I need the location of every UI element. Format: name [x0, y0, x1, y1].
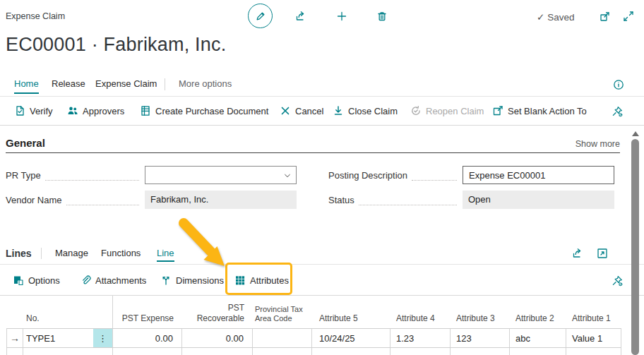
posting-description-input[interactable]	[463, 166, 614, 184]
pr-type-label: PR Type	[6, 170, 41, 181]
expand-grid-icon[interactable]	[597, 248, 608, 259]
row-kebab-menu[interactable]: ⋮	[93, 329, 112, 347]
lines-grid: No. PST Expense PST Recoverable Provinci…	[6, 296, 621, 355]
dotted-leader	[66, 199, 140, 205]
expand-fullscreen-icon[interactable]	[623, 11, 634, 22]
dotted-leader	[45, 174, 139, 181]
attributes-button[interactable]: Attributes	[234, 275, 289, 286]
box-arrow-icon	[492, 105, 503, 116]
chevron-down-icon[interactable]	[283, 172, 292, 180]
col-attribute-3[interactable]: Attribute 3	[451, 313, 510, 328]
vendor-name-value: Fabrikam, Inc.	[145, 191, 297, 209]
options-card-icon	[13, 275, 24, 286]
share-icon[interactable]	[295, 11, 306, 22]
options-button[interactable]: Options	[13, 275, 60, 286]
cell-attribute-3[interactable]: 123	[451, 329, 510, 347]
cancel-x-icon	[280, 105, 291, 116]
close-claim-button[interactable]: Close Claim	[333, 105, 398, 116]
posting-description-label: Posting Description	[328, 170, 407, 181]
scrollbar-up-arrow[interactable]	[632, 131, 639, 136]
col-pst-recoverable[interactable]: PST Recoverable	[182, 303, 253, 328]
col-provincial-tax-area-code[interactable]: Provincial Tax Area Code	[253, 305, 312, 329]
dotted-leader	[412, 174, 457, 181]
tab-home[interactable]: Home	[14, 78, 39, 94]
tab-expense-claim[interactable]: Expense Claim	[95, 78, 157, 94]
pr-type-combobox[interactable]	[145, 166, 297, 184]
field-status: Status Open	[328, 191, 614, 209]
cell-pst-recoverable[interactable]: 0.00	[182, 329, 253, 347]
reopen-claim-button[interactable]: Reopen Claim	[410, 105, 484, 116]
show-more-link[interactable]: Show more	[576, 139, 620, 149]
table-row: → TYPE1 ⋮ 0.00 0.00 10/24/25 1.23 123 ab…	[6, 329, 621, 348]
people-icon	[67, 105, 78, 116]
lines-separator	[41, 248, 42, 259]
info-icon[interactable]	[613, 79, 624, 90]
col-attribute-4[interactable]: Attribute 4	[390, 313, 451, 328]
field-vendor-name: Vendor Name Fabrikam, Inc.	[6, 191, 297, 209]
section-title-general: General	[6, 137, 45, 149]
col-pst-expense[interactable]: PST Expense	[113, 313, 182, 328]
new-plus-icon[interactable]	[336, 11, 347, 22]
unpin-icon[interactable]	[612, 106, 623, 117]
open-in-window-icon[interactable]	[600, 11, 611, 22]
cancel-button[interactable]: Cancel	[280, 105, 323, 116]
delete-trash-icon[interactable]	[376, 11, 388, 22]
scrollbar-thumb[interactable]	[631, 139, 639, 355]
general-section-header: General Show more	[6, 136, 620, 153]
status-label: Status	[328, 195, 354, 205]
more-options[interactable]: More options	[179, 78, 232, 94]
dimensions-branch-icon	[160, 275, 172, 286]
create-purchase-document-button[interactable]: Create Purchase Document	[140, 105, 268, 116]
col-attribute-1[interactable]: Attribute 1	[566, 313, 621, 328]
cell-no[interactable]: TYPE1 ⋮	[23, 329, 113, 347]
general-fields-right: Posting Description Status Open	[328, 166, 614, 215]
approvers-button[interactable]: Approvers	[67, 105, 124, 116]
lines-tab-manage[interactable]: Manage	[55, 248, 88, 262]
page-caption: Expense Claim	[6, 11, 65, 21]
lines-toolbar: Options Attachments Dimensions Attribute…	[0, 265, 644, 296]
col-attribute-5[interactable]: Attribute 5	[312, 313, 390, 328]
cell-attribute-1[interactable]: Value 1	[566, 329, 621, 347]
tab-separator	[165, 78, 165, 90]
top-command-bar: Expense Claim ✓ Saved	[0, 0, 644, 34]
lines-tab-functions[interactable]: Functions	[101, 248, 141, 262]
dimensions-button[interactable]: Dimensions	[160, 275, 224, 286]
lines-tab-bar: Lines Manage Functions Line	[0, 243, 644, 265]
cell-pst-expense[interactable]: 0.00	[113, 329, 182, 347]
attachments-button[interactable]: Attachments	[80, 275, 146, 286]
pencil-icon	[255, 11, 266, 22]
set-blank-action-to-button[interactable]: Set Blank Action To	[492, 105, 587, 116]
expense-claim-page: Expense Claim ✓ Saved EC00001 · Fabrikam…	[0, 0, 644, 355]
col-no[interactable]: No.	[23, 296, 113, 328]
page-title: EC00001 · Fabrikam, Inc.	[6, 34, 226, 56]
menu-tab-bar: Home Release Expense Claim More options	[0, 73, 644, 97]
field-posting-description: Posting Description	[328, 166, 614, 184]
row-indicator-arrow: →	[6, 329, 23, 347]
general-fields-left: PR Type Vendor Name Fabrikam, Inc.	[6, 166, 297, 215]
verify-document-icon	[14, 105, 25, 116]
cell-attribute-5[interactable]: 10/24/25	[312, 329, 390, 347]
save-status-label: Saved	[547, 12, 574, 23]
vendor-name-label: Vendor Name	[6, 195, 62, 205]
cell-provincial-tax-area-code[interactable]	[253, 329, 312, 347]
status-value: Open	[463, 191, 614, 209]
arrow-down-tray-icon	[333, 105, 344, 116]
cell-attribute-4[interactable]: 1.23	[390, 329, 451, 347]
field-pr-type: PR Type	[6, 166, 297, 184]
reopen-circle-check-icon	[410, 105, 422, 116]
tab-release[interactable]: Release	[52, 78, 85, 94]
lines-section-title: Lines	[6, 248, 32, 259]
cell-attribute-2[interactable]: abc	[510, 329, 566, 347]
verify-button[interactable]: Verify	[14, 105, 53, 116]
table-row-partial	[6, 348, 621, 355]
paperclip-icon	[80, 275, 91, 286]
share-icon[interactable]	[572, 248, 583, 259]
action-bar: Verify Approvers Create Purchase Documen…	[0, 97, 644, 126]
edit-button[interactable]	[248, 4, 273, 28]
col-indicator	[6, 324, 23, 328]
col-attribute-2[interactable]: Attribute 2	[510, 313, 566, 328]
lines-tab-line[interactable]: Line	[157, 248, 174, 262]
attributes-grid-icon	[234, 275, 246, 286]
unpin-icon[interactable]	[612, 275, 623, 287]
purchase-document-icon	[140, 105, 151, 116]
